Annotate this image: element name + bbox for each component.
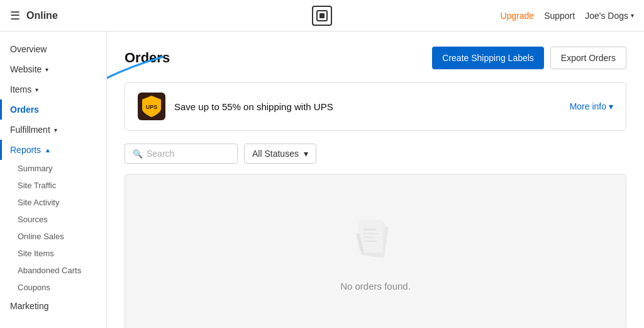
filters-row: 🔍 All Statuses ▾: [125, 144, 626, 164]
ups-banner-text: Save up to 55% on shipping with UPS: [174, 101, 333, 112]
svg-rect-10: [364, 240, 377, 242]
svg-rect-7: [364, 229, 376, 230]
sidebar-item-site-traffic[interactable]: Site Traffic: [0, 177, 106, 194]
status-label: All Statuses: [252, 149, 299, 159]
hamburger-icon[interactable]: ☰: [10, 9, 20, 23]
sidebar-item-marketing[interactable]: Marketing: [0, 296, 106, 316]
sidebar-item-orders[interactable]: Orders: [0, 99, 106, 120]
sidebar-item-site-activity[interactable]: Site Activity: [0, 194, 106, 211]
create-shipping-labels-button[interactable]: Create Shipping Labels: [432, 47, 544, 69]
export-orders-button[interactable]: Export Orders: [550, 47, 626, 69]
more-info-link[interactable]: More info ▾: [570, 101, 613, 111]
sidebar-item-online-sales[interactable]: Online Sales: [0, 228, 106, 245]
website-caret: ▾: [45, 66, 48, 73]
support-link[interactable]: Support: [544, 11, 575, 21]
svg-rect-8: [364, 233, 379, 234]
status-dropdown[interactable]: All Statuses ▾: [244, 144, 316, 164]
empty-message: No orders found.: [340, 281, 411, 291]
search-box: 🔍: [125, 144, 238, 164]
svg-rect-1: [319, 13, 325, 18]
main-content: Orders Create Shipping Labels Export Ord…: [107, 31, 644, 328]
ups-banner: UPS Save up to 55% on shipping with UPS …: [125, 82, 626, 131]
user-name: Joe's Dogs: [585, 11, 628, 21]
user-menu[interactable]: Joe's Dogs ▾: [585, 11, 634, 21]
sidebar-item-reports[interactable]: Reports ▲: [0, 140, 106, 160]
sidebar: Overview Website ▾ Items ▾ Orders Fulfil…: [0, 31, 107, 328]
upgrade-link[interactable]: Upgrade: [500, 11, 534, 21]
sidebar-item-summary[interactable]: Summary: [0, 160, 106, 177]
page-header: Orders Create Shipping Labels Export Ord…: [125, 47, 626, 69]
status-chevron: ▾: [304, 149, 308, 159]
svg-rect-9: [364, 237, 375, 238]
empty-state: No orders found.: [125, 174, 626, 328]
sidebar-item-coupons[interactable]: Coupons: [0, 279, 106, 296]
ups-banner-left: UPS Save up to 55% on shipping with UPS: [138, 93, 333, 120]
sidebar-item-items[interactable]: Items ▾: [0, 79, 106, 99]
search-input[interactable]: [147, 149, 230, 159]
app-name: Online: [26, 10, 58, 21]
sidebar-item-website[interactable]: Website ▾: [0, 59, 106, 79]
svg-text:UPS: UPS: [146, 104, 158, 110]
square-logo: [312, 6, 332, 26]
app-layout: Overview Website ▾ Items ▾ Orders Fulfil…: [0, 31, 644, 328]
empty-orders-icon: [347, 212, 404, 271]
top-nav: ☰ Online Upgrade Support Joe's Dogs ▾: [0, 0, 644, 31]
more-info-chevron: ▾: [609, 101, 613, 111]
items-caret: ▾: [35, 86, 38, 93]
sidebar-item-site-items[interactable]: Site Items: [0, 245, 106, 262]
user-menu-chevron: ▾: [631, 12, 634, 19]
fulfillment-caret: ▾: [54, 127, 57, 133]
header-actions: Create Shipping Labels Export Orders: [432, 47, 626, 69]
search-icon: 🔍: [133, 149, 143, 159]
reports-caret: ▲: [45, 147, 51, 154]
sidebar-item-sources[interactable]: Sources: [0, 211, 106, 228]
sidebar-item-abandoned-carts[interactable]: Abandoned Carts: [0, 262, 106, 279]
sidebar-item-fulfillment[interactable]: Fulfillment ▾: [0, 120, 106, 140]
sidebar-item-overview[interactable]: Overview: [0, 39, 106, 59]
ups-logo: UPS: [138, 93, 165, 120]
page-title: Orders: [125, 50, 170, 66]
ups-shield-icon: UPS: [142, 95, 162, 118]
